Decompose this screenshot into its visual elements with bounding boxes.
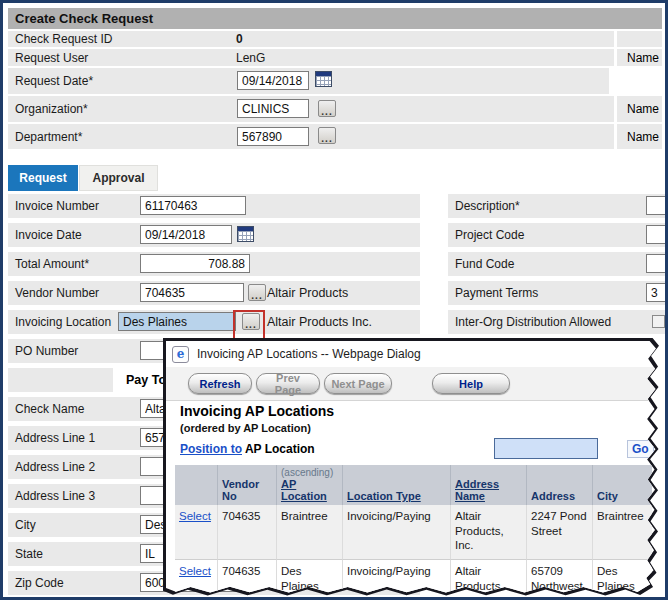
col-header-label: Vendor No (222, 478, 272, 502)
col-header-label: Address (531, 490, 588, 502)
field-row-payment-terms: Payment Terms (448, 281, 665, 305)
field-row-request-date: Request Date* (8, 68, 609, 94)
address-cell: 2247 Pond Street (527, 505, 593, 560)
field-label: Inter-Org Distribution Allowed (455, 310, 611, 334)
field-label: Description* (455, 194, 520, 218)
name-cell (614, 31, 662, 47)
field-row-check-request-id: Check Request ID 0 (8, 31, 662, 47)
invoicing-location-input[interactable] (118, 312, 236, 331)
project-code-input[interactable] (646, 225, 668, 244)
vendor-lookup-icon[interactable]: ... (248, 284, 266, 301)
position-to-link[interactable]: Position to (180, 442, 242, 456)
annotation-highlight-box (233, 310, 265, 342)
field-label: Fund Code (455, 252, 514, 276)
department-input[interactable] (237, 127, 309, 146)
col-header-label: City (597, 490, 648, 502)
field-row-organization: Organization* ... Name (8, 96, 662, 122)
sort-ascending-note: (ascending) (281, 467, 338, 478)
field-row-description: Description* (448, 194, 665, 218)
field-label: Zip Code (15, 571, 64, 595)
col-header-address: Address (527, 465, 593, 505)
invoice-number-input[interactable] (140, 196, 246, 215)
dialog-subheading: (ordered by AP Location) (180, 422, 311, 434)
field-row-request-user: Request User LenG Name (8, 49, 662, 66)
field-label: State (15, 542, 43, 566)
check-request-id-value: 0 (236, 31, 243, 47)
invoicing-location-name-text: Altair Products Inc. (267, 310, 372, 334)
name-label: Name (614, 49, 662, 66)
field-label: PO Number (15, 339, 78, 363)
position-to-row: Position to AP Location (180, 442, 315, 456)
field-label: Request Date* (15, 68, 93, 94)
address-cell: 65709 Northwest Highway (527, 560, 593, 600)
dialog-title: Invoicing AP Locations -- Webpage Dialog (197, 347, 421, 361)
fund-code-input[interactable] (646, 254, 668, 273)
inter-org-checkbox[interactable] (652, 315, 665, 328)
dialog-body: e Invoicing AP Locations -- Webpage Dial… (166, 341, 657, 593)
ap-location-cell: Braintree (277, 505, 343, 560)
refresh-button[interactable]: Refresh (188, 373, 252, 394)
field-row-invoice-number: Invoice Number (8, 194, 420, 218)
tab-approval[interactable]: Approval (79, 165, 158, 191)
location-type-cell: Invoicing/Paying (343, 505, 451, 560)
field-label: Address Line 2 (15, 455, 95, 479)
position-to-input[interactable] (494, 438, 598, 459)
tab-request[interactable]: Request (8, 165, 78, 191)
field-label: Project Code (455, 223, 524, 247)
pay-to-section-row (8, 368, 113, 392)
field-row-invoicing-location: Invoicing Location ... Altair Products I… (8, 310, 420, 334)
col-header-link[interactable]: Location Type (347, 490, 446, 502)
field-label: Vendor Number (15, 281, 99, 305)
next-page-button[interactable]: Next Page (324, 373, 392, 394)
col-header-link[interactable]: Address Name (455, 478, 522, 502)
col-header-location-type: Location Type (343, 465, 451, 505)
create-check-request-window: Create Check Request Check Request ID 0 … (0, 0, 668, 600)
go-button[interactable]: Go (627, 440, 654, 458)
request-date-input[interactable] (237, 71, 309, 90)
field-label: Payment Terms (455, 281, 538, 305)
field-label: Check Request ID (15, 31, 112, 47)
department-lookup-icon[interactable]: ... (318, 127, 336, 144)
help-button[interactable]: Help (432, 373, 510, 394)
select-link[interactable]: Select (179, 565, 211, 577)
field-row-total-amount: Total Amount* (8, 252, 420, 276)
field-row-invoice-date: Invoice Date (8, 223, 420, 247)
organization-lookup-icon[interactable]: ... (318, 100, 336, 117)
name-label: Name (614, 96, 662, 122)
vendor-no-cell: 704635 (218, 505, 277, 560)
field-label: Address Line 3 (15, 484, 95, 508)
field-label: Invoice Date (15, 223, 82, 247)
total-amount-input[interactable] (140, 254, 250, 273)
calendar-icon[interactable] (237, 226, 254, 242)
page-title: Create Check Request (8, 8, 662, 29)
organization-input[interactable] (237, 99, 309, 118)
dialog-toolbar: Refresh Prev Page Next Page Help (166, 367, 657, 401)
description-input[interactable] (646, 196, 668, 215)
dialog-titlebar[interactable]: e Invoicing AP Locations -- Webpage Dial… (166, 341, 657, 367)
invoice-date-input[interactable] (140, 225, 232, 244)
prev-page-button[interactable]: Prev Page (256, 373, 320, 394)
select-link[interactable]: Select (179, 510, 211, 522)
field-row-inter-org: Inter-Org Distribution Allowed (448, 310, 665, 334)
col-header-address-name: Address Name (451, 465, 527, 505)
field-label: Organization* (15, 96, 88, 122)
payment-terms-input[interactable] (646, 283, 668, 302)
col-header-vendor-no: Vendor No (218, 465, 277, 505)
city-cell: Braintree (593, 505, 652, 560)
request-user-value: LenG (236, 49, 265, 66)
field-label: Invoice Number (15, 194, 99, 218)
internet-explorer-icon: e (172, 346, 189, 363)
col-header-link[interactable]: AP Location (281, 478, 338, 502)
table-row-cell: Select (175, 505, 218, 560)
field-label: City (15, 513, 36, 537)
calendar-icon[interactable] (315, 71, 332, 87)
vendor-name-text: Altair Products (267, 281, 348, 305)
field-label: Department* (15, 124, 82, 149)
field-row-fund-code: Fund Code (448, 252, 665, 276)
col-header-ap-location: (ascending) AP Location (277, 465, 343, 505)
field-label: Address Line 1 (15, 426, 95, 450)
vendor-number-input[interactable] (140, 283, 244, 302)
name-label: Name (614, 124, 662, 149)
invoicing-ap-locations-dialog: e Invoicing AP Locations -- Webpage Dial… (163, 338, 660, 596)
ap-locations-table: Vendor No (ascending) AP Location Locati… (175, 465, 652, 600)
